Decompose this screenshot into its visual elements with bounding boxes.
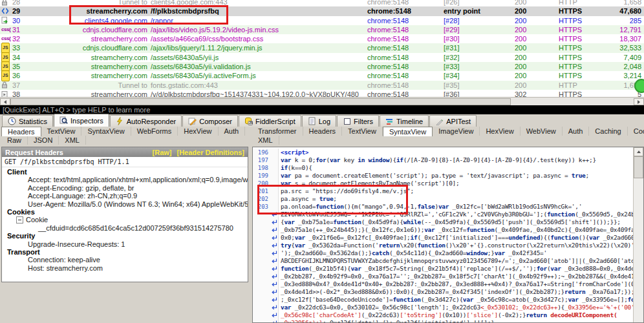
hscroll-left-arrow-icon[interactable] — [0, 98, 10, 105]
request-tab-json[interactable]: JSON — [28, 136, 59, 145]
main-tab-composer[interactable]: Composer — [182, 115, 238, 127]
main-tab-timeline[interactable]: Timeline — [380, 115, 429, 127]
fiddlerscript-js-icon: JS — [244, 117, 253, 125]
code-vscrollbar[interactable] — [633, 147, 643, 322]
hscroll-right-arrow-icon[interactable] — [634, 98, 644, 105]
session-row[interactable]: JS34streamcherry.com/assets/68430a5/yii.… — [0, 53, 644, 62]
filters-checkbox-icon — [343, 117, 351, 125]
header-section-client[interactable]: Client — [2, 168, 248, 176]
session-row[interactable]: JS36streamcherry.com/assets/68430a5/yii.… — [0, 71, 644, 80]
session-row[interactable]: css{32streamcherry.com/assets/a466ca69/c… — [0, 34, 644, 43]
header-section-cookies[interactable]: Cookies — [2, 208, 248, 216]
line-number: 198 — [253, 164, 270, 172]
session-body-size: 7,409 — [605, 53, 644, 62]
session-row[interactable]: JS33cdnjs.cloudflare.com/ajax/libs/jquer… — [0, 43, 644, 52]
main-tab-inspectors[interactable]: Inspectors — [54, 114, 109, 127]
response-tab-imageview[interactable]: ImageView — [433, 127, 480, 136]
response-tab-xml[interactable]: XML — [252, 136, 279, 145]
session-row[interactable]: 30clients4.google.com/rapporchrome:5148[… — [0, 16, 644, 25]
code-text: ;_0xc12f['base64DecodeUnicode']=function… — [279, 296, 634, 304]
session-result: 200 — [515, 25, 559, 34]
session-protocol: HTTPS — [559, 25, 605, 34]
session-row[interactable]: css{31cdnjs.cloudflare.com/ajax/libs/vid… — [0, 25, 644, 34]
header-item[interactable]: __cfduid=dcd6c685d16c4ca5c12d007259f36bf… — [2, 224, 248, 232]
main-tab-statistics[interactable]: Statistics — [2, 115, 53, 127]
code-gutter — [253, 265, 270, 273]
session-row[interactable]: JS35streamcherry.com/assets/68430a5/yii.… — [0, 62, 644, 71]
header-item-text: __cfduid=dcd6c685d16c4ca5c12d007259f36bf… — [38, 224, 233, 232]
header-section-security[interactable]: Security — [2, 232, 248, 240]
raw-link[interactable]: [Raw] — [153, 149, 172, 156]
session-number: 30 — [12, 16, 20, 25]
header-item[interactable]: Connection: keep-alive — [2, 256, 248, 264]
request-tab-syntaxview[interactable]: SyntaxView — [81, 127, 131, 136]
header-item[interactable]: Cookie — [2, 216, 248, 224]
request-tab-xml[interactable]: XML — [59, 136, 86, 145]
request-tab-hexview[interactable]: HexView — [178, 127, 218, 136]
session-row[interactable]: 28Tunnel toclients4.google.com:443chrome… — [0, 0, 644, 6]
header-item-text: Connection: keep-alive — [28, 256, 100, 264]
session-process: chrome:5148 — [367, 16, 444, 25]
media-icon — [1, 91, 11, 97]
quickexec-bar[interactable]: [QuickExec] ALT+Q > type HELP to learn m… — [0, 105, 644, 114]
main-tab-apitest[interactable]: APITest — [429, 115, 477, 127]
code-line-wrapped: var _0x22dc63=0x0,_0x530102=_0x56c98c['l… — [253, 304, 634, 311]
main-tab-fiddlerscript[interactable]: JSFiddlerScript — [239, 115, 301, 127]
vscroll-thumb[interactable] — [634, 156, 643, 178]
code-lines: 196<script>197var k = 0;for(var key in w… — [253, 149, 634, 323]
vscroll-up-arrow-icon[interactable] — [634, 147, 643, 156]
request-tab-raw[interactable]: Raw — [1, 136, 28, 145]
session-list-hscrollbar[interactable] — [0, 97, 644, 105]
header-item[interactable]: Accept-Language: zh-CN,zh;q=0.9 — [2, 192, 248, 200]
request-tab-headers[interactable]: Headers — [1, 127, 41, 136]
response-tab-hexview[interactable]: HexView — [480, 127, 520, 136]
tunnel-lock-icon — [1, 0, 11, 6]
request-tab-auth[interactable]: Auth — [219, 127, 246, 136]
main-tab-filters[interactable]: Filters — [337, 115, 379, 127]
response-tab-cookies[interactable]: Cookies — [628, 127, 644, 136]
line-number: 201 — [253, 187, 270, 195]
session-row[interactable]: 37Tunnel tofonts.gstatic.com:443chrome:5… — [0, 81, 644, 90]
code-line-wrapped: ABCDEFGHIJKLMNOPQRSTUVWXYZabcdefghijklmn… — [253, 257, 634, 265]
main-tab-label: FiddlerScript — [255, 118, 295, 125]
header-item[interactable]: User-Agent: Mozilla/5.0 (Windows NT 6.3;… — [2, 200, 248, 208]
collapse-expander-icon[interactable] — [16, 216, 23, 224]
code-text: _0x4de41d>>(-0x2*_0x3ed888&0x6)):0x0){_0… — [279, 288, 634, 296]
hscroll-thumb[interactable] — [10, 98, 511, 105]
header-item[interactable]: Upgrade-Insecure-Requests: 1 — [2, 240, 248, 248]
line-number: 200 — [253, 180, 270, 187]
session-url: /ajax/libs/jquery/1.11.2/jquery.min.js — [147, 43, 367, 52]
session-process: chrome:5148 — [367, 43, 444, 52]
main-tab-autoresponder[interactable]: AutoResponder — [110, 115, 182, 127]
main-tab-label: Composer — [199, 118, 232, 125]
response-tab-textview[interactable]: TextView — [342, 127, 383, 136]
session-id-cell: 30 — [0, 16, 32, 25]
header-section-transport[interactable]: Transport — [2, 248, 248, 256]
response-tab-headers[interactable]: Headers — [303, 127, 343, 136]
main-tab-label: Statistics — [19, 118, 47, 125]
session-row[interactable]: 29streamcherry.com/f/plkbstcmbdprsfbqchr… — [0, 6, 644, 16]
session-protocol: HTTP — [559, 0, 605, 6]
request-tab-webforms[interactable]: WebForms — [131, 127, 178, 136]
request-tab-textview[interactable]: TextView — [41, 127, 82, 136]
response-tab-syntaxview[interactable]: SyntaxView — [383, 127, 433, 136]
session-process: chrome:5148 — [367, 62, 444, 71]
response-tab-caching[interactable]: Caching — [589, 127, 627, 136]
session-comment: [#35] — [444, 81, 515, 90]
request-headers-title: Request Headers — [5, 149, 63, 156]
header-item[interactable]: Host: streamcherry.com — [2, 264, 248, 272]
header-item[interactable]: Accept: text/html,application/xhtml+xml,… — [2, 176, 248, 183]
session-row[interactable]: 38streamcherry.com/v/d/plkbstcmbdprsfbq~… — [0, 90, 644, 97]
main-tab-log[interactable]: Log — [302, 115, 336, 127]
response-tab-auth[interactable]: Auth — [563, 127, 590, 136]
header-definitions-link[interactable]: [Header Definitions] — [177, 149, 244, 156]
request-tabs-row1: HeadersTextViewSyntaxViewWebFormsHexView… — [0, 127, 250, 136]
response-tab-transformer[interactable]: Transformer — [252, 127, 303, 136]
session-id-cell: 29 — [0, 6, 32, 16]
code-line-wrapped: ;_0xc12f['base64DecodeUnicode']=function… — [253, 296, 634, 304]
session-id-cell: css{32 — [0, 34, 32, 43]
header-item[interactable]: Accept-Encoding: gzip, deflate, br — [2, 184, 248, 192]
request-line[interactable]: GET /f/plkbstcmbdprsfbq HTTP/1.1 — [2, 157, 248, 167]
wrap-marker-icon — [270, 273, 279, 280]
response-tab-webview[interactable]: WebView — [521, 127, 563, 136]
